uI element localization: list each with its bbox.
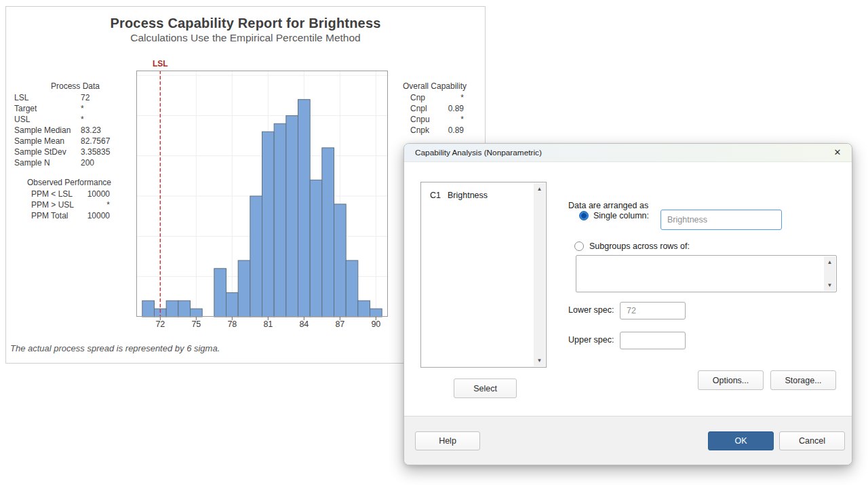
dialog-footer: Help OK Cancel: [404, 416, 852, 465]
subgroups-textarea[interactable]: ▲ ▼: [576, 255, 837, 292]
cancel-button[interactable]: Cancel: [779, 431, 845, 450]
stat-value: *: [81, 103, 123, 114]
lower-spec-label: Lower spec:: [568, 305, 614, 315]
single-column-input[interactable]: [660, 210, 782, 230]
stat-value: *: [81, 114, 123, 125]
stat-row: Sample N200: [14, 157, 123, 168]
stat-row: PPM Total10000: [27, 210, 111, 221]
histogram-bar: [322, 148, 334, 317]
histogram-bar: [310, 180, 322, 317]
stat-label: USL: [14, 114, 81, 125]
list-item-c1-brightness[interactable]: C1 Brightness: [421, 189, 534, 201]
stat-row: PPM < LSL10000: [27, 189, 111, 199]
stat-label: Sample N: [14, 157, 81, 168]
histogram-bar: [274, 123, 286, 317]
listbox-scrollbar[interactable]: ▲ ▼: [534, 183, 545, 366]
histogram-bar: [370, 309, 382, 317]
lsl-flag-label: LSL: [141, 59, 179, 69]
subgroups-radio[interactable]: [574, 241, 584, 251]
stat-label: Cnp: [410, 92, 425, 103]
histogram-bar: [250, 196, 262, 317]
histogram-bar: [226, 292, 239, 317]
stat-value: 10000: [68, 210, 110, 221]
stat-value: *: [430, 114, 464, 125]
column-name: Brightness: [448, 189, 488, 201]
stat-value: *: [425, 92, 464, 103]
stat-value: 82.7567: [81, 136, 123, 147]
report-title: Process Capability Report for Brightness: [6, 16, 485, 31]
histogram-bar: [191, 309, 203, 317]
stat-row: Cnp*: [397, 92, 472, 103]
overall-capability-title: Overall Capability: [397, 81, 472, 91]
lower-spec-input[interactable]: [620, 302, 686, 319]
stat-row: Sample Mean82.7567: [14, 136, 123, 147]
stat-value: 3.35835: [81, 147, 123, 157]
stat-row: Sample StDev3.35835: [14, 147, 123, 157]
stat-row: PPM > USL*: [27, 199, 111, 210]
x-tick-label: 90: [363, 319, 388, 329]
data-arranged-label: Data are arranged as: [568, 201, 648, 210]
help-button[interactable]: Help: [415, 431, 480, 450]
select-button[interactable]: Select: [454, 379, 517, 398]
histogram-bar: [346, 260, 358, 317]
histogram-bar: [262, 132, 275, 317]
histogram-bar: [286, 115, 298, 317]
stat-row: Sample Median83.23: [14, 125, 123, 136]
ok-button[interactable]: OK: [708, 431, 774, 450]
x-tick-label: 72: [148, 319, 172, 329]
histogram-bar: [238, 260, 250, 317]
subgroups-scrollbar[interactable]: ▲ ▼: [824, 256, 835, 291]
observed-performance-title: Observed Performance: [25, 178, 113, 187]
storage-button[interactable]: Storage...: [770, 370, 836, 390]
dialog-body: C1 Brightness ▲ ▼ Select Data are arrang…: [404, 162, 852, 418]
report-subtitle: Calculations Use the Empirical Percentil…: [6, 32, 485, 44]
stat-label: Sample Mean: [14, 136, 81, 147]
close-icon[interactable]: ✕: [831, 147, 844, 159]
stat-label: Cnpu: [410, 114, 430, 125]
scroll-up-icon[interactable]: ▲: [824, 256, 835, 268]
histogram-bar: [178, 300, 191, 317]
scroll-down-icon[interactable]: ▼: [534, 355, 545, 366]
scroll-down-icon[interactable]: ▼: [824, 279, 835, 291]
dialog-titlebar[interactable]: Capability Analysis (Nonparametric) ✕: [404, 144, 852, 162]
stat-label: Sample StDev: [14, 147, 81, 157]
x-tick-label: 84: [292, 319, 316, 329]
stat-value: 10000: [73, 189, 110, 199]
stat-row: Cnpl0.89: [397, 103, 472, 114]
column-listbox[interactable]: C1 Brightness ▲ ▼: [420, 182, 547, 368]
app-canvas: Process Capability Report for Brightness…: [0, 0, 868, 485]
histogram-bar: [298, 100, 311, 317]
stat-row: Cnpu*: [397, 114, 472, 125]
stat-label: Cnpk: [410, 125, 429, 136]
histogram-bar: [142, 300, 155, 317]
single-column-label: Single column:: [593, 211, 649, 220]
subgroups-label: Subgroups across rows of:: [589, 241, 690, 251]
stat-row: Cnpk0.89: [397, 125, 472, 136]
histogram-bar: [334, 204, 347, 317]
upper-spec-input[interactable]: [620, 332, 686, 349]
scroll-up-icon[interactable]: ▲: [534, 183, 545, 195]
stat-value: 83.23: [81, 125, 123, 136]
stat-label: LSL: [14, 92, 81, 103]
column-id: C1: [430, 189, 441, 201]
overall-capability-table: Cnp*Cnpl0.89Cnpu*Cnpk0.89: [397, 92, 472, 136]
x-tick-label: 81: [256, 319, 280, 329]
stat-value: *: [74, 199, 110, 210]
report-footnote: The actual process spread is represented…: [10, 343, 220, 353]
x-tick-label: 78: [220, 319, 244, 329]
stat-value: 200: [81, 157, 123, 168]
stat-label: PPM > USL: [31, 199, 74, 210]
single-column-radio[interactable]: [579, 211, 589, 220]
stat-row: USL*: [14, 114, 123, 125]
observed-performance-table: PPM < LSL10000PPM > USL*PPM Total10000: [27, 189, 111, 221]
options-button[interactable]: Options...: [698, 370, 764, 390]
process-data-table: LSL72Target*USL*Sample Median83.23Sample…: [14, 92, 123, 168]
stat-value: 0.89: [429, 125, 464, 136]
upper-spec-label: Upper spec:: [568, 335, 614, 345]
stat-row: LSL72: [14, 92, 123, 103]
x-tick-label: 87: [328, 319, 352, 329]
stat-value: 72: [81, 92, 123, 103]
histogram-bar: [358, 300, 370, 317]
stat-label: PPM < LSL: [31, 189, 73, 199]
dialog-title: Capability Analysis (Nonparametric): [415, 148, 542, 157]
